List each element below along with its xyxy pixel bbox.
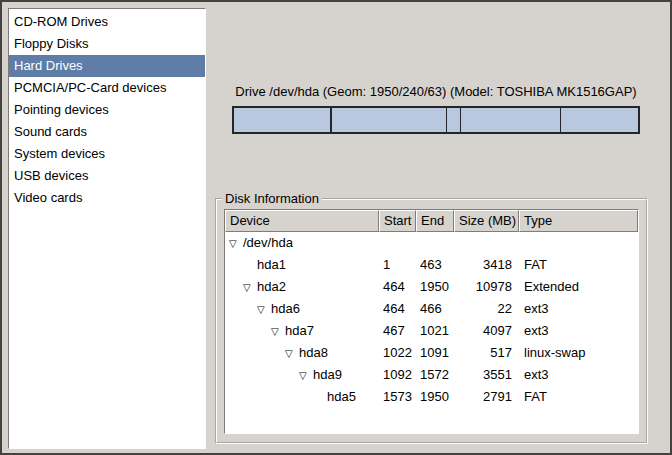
cell-end: 1950 [416, 386, 454, 408]
disk-information-legend: Disk Information [222, 191, 322, 206]
sidebar-item-floppy-disks[interactable]: Floppy Disks [9, 33, 205, 55]
hardware-browser-window: CD-ROM DrivesFloppy DisksHard DrivesPCMC… [0, 0, 672, 455]
cell-size [454, 232, 519, 254]
cell-end [416, 232, 454, 254]
cell-type: ext3 [519, 364, 638, 386]
drive-title: Drive /dev/hda (Geom: 1950/240/63) (Mode… [230, 84, 642, 99]
disk-table: Device Start End Size (MB) Type ▽/dev/hd… [224, 209, 639, 434]
sidebar-item-pointing-devices[interactable]: Pointing devices [9, 99, 205, 121]
cell-start: 464 [379, 276, 416, 298]
device-name: hda9 [313, 367, 342, 382]
column-header-size[interactable]: Size (MB) [454, 210, 519, 232]
cell-device: ▽/dev/hda [225, 232, 379, 254]
cell-end: 463 [416, 254, 454, 276]
table-row-hda8[interactable]: ▽hda810221091517linux-swap [225, 342, 638, 364]
cell-size: 22 [454, 298, 519, 320]
cell-end: 1572 [416, 364, 454, 386]
cell-size: 4097 [454, 320, 519, 342]
cell-start: 1022 [379, 342, 416, 364]
column-header-type[interactable]: Type [519, 210, 638, 232]
device-name: hda2 [257, 279, 286, 294]
device-name: hda7 [285, 323, 314, 338]
table-row-dev-hda[interactable]: ▽/dev/hda [225, 232, 638, 254]
cell-device: hda1 [225, 254, 379, 276]
cell-type: FAT [519, 386, 638, 408]
table-row-hda6[interactable]: ▽hda646446622ext3 [225, 298, 638, 320]
cell-start: 1092 [379, 364, 416, 386]
device-list: CD-ROM DrivesFloppy DisksHard DrivesPCMC… [8, 8, 206, 449]
partition-segment-hda9[interactable] [460, 108, 560, 132]
table-row-hda9[interactable]: ▽hda9109215723551ext3 [225, 364, 638, 386]
cell-start: 1573 [379, 386, 416, 408]
expander-icon[interactable]: ▽ [299, 365, 313, 386]
cell-device: ▽hda8 [225, 342, 379, 364]
sidebar-item-usb-devices[interactable]: USB devices [9, 165, 205, 187]
table-row-hda1[interactable]: hda114633418FAT [225, 254, 638, 276]
cell-device: ▽hda2 [225, 276, 379, 298]
sidebar-item-cd-rom-drives[interactable]: CD-ROM Drives [9, 11, 205, 33]
cell-size: 3551 [454, 364, 519, 386]
cell-end: 1091 [416, 342, 454, 364]
device-name: /dev/hda [243, 235, 293, 250]
disk-information-frame: Disk Information Device Start End Size (… [215, 198, 648, 444]
cell-device: ▽hda9 [225, 364, 379, 386]
partition-segment-hda7[interactable] [331, 108, 446, 132]
device-name: hda5 [327, 389, 356, 404]
cell-type: Extended [519, 276, 638, 298]
cell-start: 1 [379, 254, 416, 276]
sidebar-item-video-cards[interactable]: Video cards [9, 187, 205, 209]
column-header-device[interactable]: Device [225, 210, 379, 232]
cell-device: hda5 [225, 386, 379, 408]
table-row-hda2[interactable]: ▽hda2464195010978Extended [225, 276, 638, 298]
cell-device: ▽hda7 [225, 320, 379, 342]
sidebar-item-hard-drives[interactable]: Hard Drives [9, 55, 205, 77]
cell-start: 467 [379, 320, 416, 342]
cell-type: FAT [519, 254, 638, 276]
table-row-hda5[interactable]: hda5157319502791FAT [225, 386, 638, 408]
device-name: hda1 [257, 257, 286, 272]
cell-start [379, 232, 416, 254]
sidebar-item-system-devices[interactable]: System devices [9, 143, 205, 165]
cell-size: 517 [454, 342, 519, 364]
cell-device: ▽hda6 [225, 298, 379, 320]
cell-end: 1950 [416, 276, 454, 298]
cell-size: 10978 [454, 276, 519, 298]
cell-size: 2791 [454, 386, 519, 408]
expander-icon[interactable]: ▽ [243, 277, 257, 298]
expander-icon[interactable]: ▽ [229, 233, 243, 254]
device-name: hda8 [299, 345, 328, 360]
partition-segment-hda8[interactable] [446, 108, 460, 132]
table-row-hda7[interactable]: ▽hda746710214097ext3 [225, 320, 638, 342]
device-name: hda6 [271, 301, 300, 316]
cell-size: 3418 [454, 254, 519, 276]
expander-icon[interactable]: ▽ [257, 299, 271, 320]
column-header-start[interactable]: Start [379, 210, 416, 232]
cell-start: 464 [379, 298, 416, 320]
cell-type: linux-swap [519, 342, 638, 364]
cell-end: 1021 [416, 320, 454, 342]
column-header-end[interactable]: End [416, 210, 454, 232]
partition-segment-hda1[interactable] [234, 108, 330, 132]
disk-table-body: ▽/dev/hdahda114633418FAT▽hda246419501097… [225, 232, 638, 433]
sidebar-item-sound-cards[interactable]: Sound cards [9, 121, 205, 143]
disk-table-header: Device Start End Size (MB) Type [225, 210, 638, 232]
partition-segment-hda5[interactable] [560, 108, 638, 132]
sidebar-item-pcmcia-pc-card-devices[interactable]: PCMCIA/PC-Card devices [9, 77, 205, 99]
expander-icon[interactable]: ▽ [271, 321, 285, 342]
partition-bar [232, 106, 640, 134]
cell-type [519, 232, 638, 254]
cell-end: 466 [416, 298, 454, 320]
cell-type: ext3 [519, 320, 638, 342]
cell-type: ext3 [519, 298, 638, 320]
expander-icon[interactable]: ▽ [285, 343, 299, 364]
